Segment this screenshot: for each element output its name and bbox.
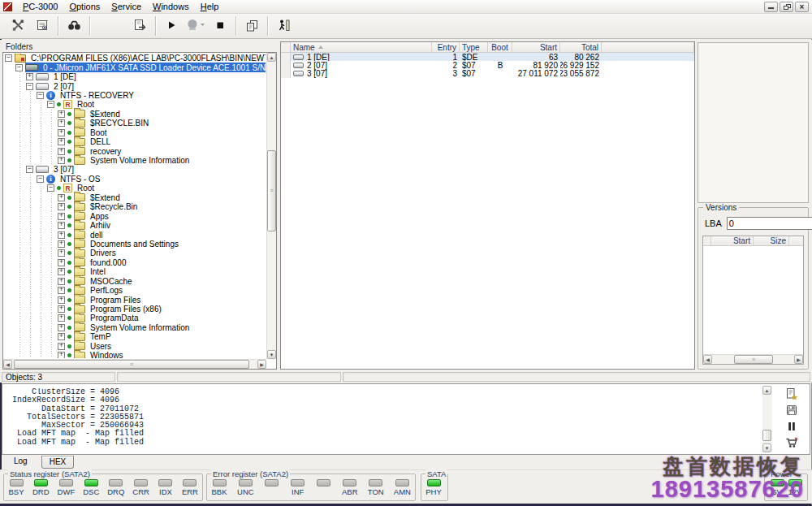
- start-button[interactable]: [159, 15, 184, 37]
- lba-input[interactable]: [727, 217, 812, 230]
- restore-button[interactable]: [780, 2, 793, 12]
- tree-item-temp[interactable]: +TemP: [5, 332, 266, 341]
- scroll-right-icon[interactable]: ▶: [794, 355, 803, 364]
- tree-item-boot[interactable]: +Boot: [5, 128, 266, 137]
- tree-item-dell[interactable]: +DELL: [5, 137, 266, 146]
- tree-item-extend[interactable]: +$Extend: [5, 193, 266, 202]
- table-row-1[interactable]: 1 [DE]1$DE6380 262: [281, 53, 694, 61]
- collapse-icon[interactable]: −: [37, 92, 44, 99]
- tools-button[interactable]: [6, 15, 30, 37]
- tree-item-recycle-bin[interactable]: +$Recycle.Bin: [5, 202, 266, 211]
- expand-icon[interactable]: +: [58, 129, 65, 136]
- open-task-button[interactable]: [127, 15, 152, 37]
- expand-icon[interactable]: +: [26, 73, 33, 80]
- tree-item-program-files-x86[interactable]: +Program Files (x86): [5, 305, 266, 314]
- collapse-icon[interactable]: −: [37, 175, 44, 183]
- expand-icon[interactable]: +: [58, 278, 65, 285]
- scroll-down-icon[interactable]: ▼: [762, 443, 771, 452]
- scroll-up-icon[interactable]: ▲: [762, 386, 771, 395]
- tree-item-system-volume-information[interactable]: +System Volume Information: [5, 323, 266, 332]
- expand-icon[interactable]: +: [58, 259, 65, 266]
- menu-options[interactable]: Options: [63, 1, 106, 13]
- tree-item-arhiiv[interactable]: +Arhiiv: [5, 221, 266, 230]
- expand-icon[interactable]: +: [58, 119, 65, 127]
- expand-icon[interactable]: +: [58, 305, 65, 313]
- tree-item-0-jmicron-jmf61x-sata-ssd-loader-device-[interactable]: −0 - JMicron JMF61X SATA SSD Loader Devi…: [5, 63, 266, 71]
- tree-item-recovery[interactable]: +recovery: [5, 146, 266, 155]
- versions-horizontal-scrollbar[interactable]: ◀ ≡ ▶: [703, 354, 803, 364]
- expand-icon[interactable]: +: [58, 110, 65, 118]
- table-col-total[interactable]: Total: [560, 42, 602, 52]
- versions-col-start[interactable]: Start: [711, 236, 754, 245]
- new-report-button[interactable]: [781, 387, 802, 402]
- expand-icon[interactable]: +: [58, 240, 65, 248]
- scroll-left-icon[interactable]: ◀: [3, 360, 12, 369]
- save-button[interactable]: [781, 404, 802, 418]
- tree-item-1-de[interactable]: +1 [DE]: [5, 72, 266, 81]
- table-col-type[interactable]: Type: [460, 42, 488, 52]
- tab-hex[interactable]: HEX: [41, 456, 75, 469]
- tree-vertical-scrollbar[interactable]: ▲ ≡ ▼: [266, 53, 276, 359]
- versions-hscroll-thumb[interactable]: ≡: [734, 355, 773, 364]
- log-vertical-scrollbar[interactable]: ▲ ▼: [762, 386, 772, 452]
- expand-icon[interactable]: +: [58, 138, 65, 145]
- table-col-start[interactable]: Start: [512, 42, 560, 52]
- tree-item-extend[interactable]: +$Extend: [5, 110, 266, 119]
- collapse-icon[interactable]: −: [47, 101, 54, 108]
- tree-item-ntfs-recovery[interactable]: −iNTFS - RECOVERY: [5, 91, 266, 100]
- collapse-icon[interactable]: −: [26, 83, 33, 90]
- tree-item-recycle-bin[interactable]: +$RECYCLE.BIN: [5, 119, 266, 128]
- tree-item-dell[interactable]: +dell: [5, 230, 266, 239]
- expand-icon[interactable]: +: [58, 157, 65, 164]
- collapse-icon[interactable]: −: [47, 184, 54, 192]
- expand-icon[interactable]: +: [58, 213, 65, 220]
- scroll-left-icon[interactable]: ◀: [703, 355, 712, 364]
- tree-item-found-000[interactable]: +found.000: [5, 258, 266, 267]
- collapse-icon[interactable]: −: [5, 54, 12, 62]
- clear-button[interactable]: [781, 436, 802, 451]
- tree-hscroll-thumb[interactable]: ≡: [14, 360, 249, 369]
- expand-icon[interactable]: +: [58, 296, 65, 304]
- task-info-button[interactable]: [30, 15, 54, 37]
- expand-icon[interactable]: +: [58, 222, 65, 229]
- expand-icon[interactable]: +: [58, 268, 65, 275]
- expand-icon[interactable]: +: [58, 314, 65, 322]
- tree-item-apps[interactable]: +Apps: [5, 211, 266, 220]
- table-row-3[interactable]: 3 [07]3$0727 011 072223 055 872: [281, 70, 694, 78]
- menu-help[interactable]: Help: [195, 1, 225, 13]
- tree-item-root[interactable]: −RRoot: [5, 100, 266, 109]
- tree-item-drivers[interactable]: +Drivers: [5, 249, 266, 257]
- tree-item-2-07[interactable]: −2 [07]: [5, 81, 266, 90]
- scroll-down-icon[interactable]: ▼: [267, 350, 276, 359]
- tree-item-users[interactable]: +Users: [5, 342, 266, 351]
- close-button[interactable]: ×: [795, 2, 809, 12]
- tree-item-c-program-files-x86-ace-lab-pc-3000flash[interactable]: −C:\PROGRAM FILES (X86)\ACE LAB\PC-3000F…: [5, 54, 266, 63]
- copy-windows-button[interactable]: [240, 15, 264, 37]
- table-col-name[interactable]: Name: [291, 42, 432, 52]
- log-scroll-thumb[interactable]: [762, 430, 771, 441]
- expand-icon[interactable]: +: [58, 249, 65, 257]
- table-col-boot[interactable]: Boot: [488, 42, 512, 52]
- tree-item-programdata[interactable]: +ProgramData: [5, 314, 266, 322]
- collapse-icon[interactable]: −: [15, 64, 23, 71]
- table-row-2[interactable]: 2 [07]2$07B81 92026 929 152: [281, 61, 694, 69]
- menu-windows[interactable]: Windows: [147, 1, 195, 13]
- pause-button[interactable]: [781, 420, 802, 435]
- expand-icon[interactable]: +: [58, 194, 65, 201]
- exit-button[interactable]: [271, 15, 296, 37]
- scroll-right-icon[interactable]: ▶: [257, 360, 266, 369]
- tree-item-windows[interactable]: +Windows: [5, 351, 266, 358]
- tree-item-3-07[interactable]: −3 [07]: [5, 165, 266, 174]
- tree-vscroll-thumb[interactable]: ≡: [267, 150, 276, 231]
- tree-item-documents-and-settings[interactable]: +Documents and Settings: [5, 240, 266, 249]
- table-col-entry[interactable]: Entry: [432, 42, 460, 52]
- stop-button[interactable]: [208, 15, 232, 37]
- tab-log[interactable]: Log: [6, 456, 35, 467]
- collapse-icon[interactable]: −: [26, 166, 33, 173]
- menu-service[interactable]: Service: [106, 1, 147, 13]
- expand-icon[interactable]: +: [58, 287, 65, 294]
- tree-item-program-files[interactable]: +Program Files: [5, 295, 266, 304]
- expand-icon[interactable]: +: [58, 203, 65, 210]
- tree-item-msocache[interactable]: +MSOCache: [5, 277, 266, 286]
- expand-icon[interactable]: +: [58, 333, 65, 340]
